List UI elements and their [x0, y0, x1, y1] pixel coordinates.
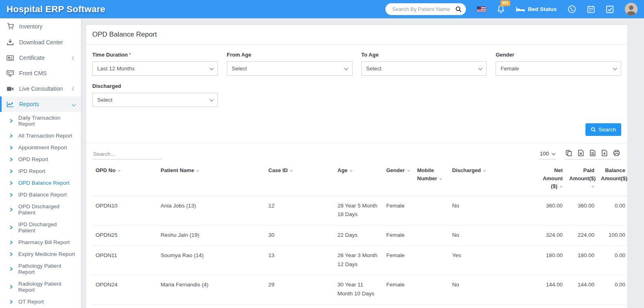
- sidebar-report-link[interactable]: IPD Report: [0, 165, 81, 177]
- patient-search[interactable]: [385, 3, 466, 15]
- gender-select[interactable]: Female: [496, 61, 621, 76]
- sidebar-report-link[interactable]: OPD Balance Report: [0, 177, 81, 189]
- page-title: OPD Balance Report: [86, 25, 627, 45]
- notifications-bell-icon[interactable]: 591: [497, 5, 505, 14]
- sidebar-item-download-center[interactable]: Download Center: [0, 34, 81, 50]
- chevron-right-icon: [9, 134, 13, 138]
- cell-discharged: No: [449, 225, 534, 246]
- sidebar-report-link[interactable]: Expiry Medicine Report: [0, 248, 81, 260]
- cell-age: 30 Year 11 Month 10 Days: [334, 275, 383, 304]
- user-avatar[interactable]: [625, 3, 637, 15]
- language-flag-icon[interactable]: [477, 7, 486, 12]
- time-duration-label: Time Duration: [92, 52, 128, 58]
- bed-status-button[interactable]: Bed Status: [516, 6, 557, 13]
- col-net-amount[interactable]: Net Amount ($): [534, 161, 566, 196]
- sidebar-report-link[interactable]: IPD Balance Report: [0, 189, 81, 201]
- discharged-select[interactable]: Select: [92, 93, 218, 107]
- tasks-icon[interactable]: [606, 5, 614, 13]
- table-row[interactable]: OPDN10 Ania Jobs (13) 12 28 Year 5 Month…: [92, 196, 629, 225]
- sidebar-item-front-cms[interactable]: Front CMS: [0, 66, 81, 81]
- to-age-select[interactable]: Select: [361, 61, 487, 76]
- cell-mobile: [414, 275, 449, 304]
- csv-export-icon[interactable]: [590, 150, 596, 156]
- sidebar-report-link[interactable]: Pharmacy Bill Report: [0, 236, 81, 248]
- sidebar-item-label: Live Consultation: [19, 85, 67, 92]
- cell-age: 5 Month 25 Days: [334, 304, 383, 308]
- table-row[interactable]: OPDN22 Kevline (18) 27 5 Month 25 Days F…: [92, 304, 629, 308]
- page-size-select[interactable]: 100: [538, 149, 556, 159]
- certificate-icon: [7, 55, 14, 61]
- monitor-icon: [7, 70, 14, 76]
- sidebar-report-link[interactable]: OPD Report: [0, 153, 81, 165]
- chevron-down-icon: [344, 66, 348, 70]
- report-link-label: IPD Balance Report: [18, 192, 67, 198]
- chevron-right-icon: [9, 285, 13, 289]
- gender-field: Gender Female: [496, 52, 621, 76]
- search-icon[interactable]: [455, 6, 462, 13]
- table-search-input[interactable]: [92, 149, 162, 159]
- cell-mobile: [414, 196, 449, 225]
- col-paid-amount[interactable]: Paid Amount($): [566, 161, 598, 196]
- sidebar-report-link[interactable]: Pathology Patient Report: [0, 260, 81, 278]
- chevron-down-icon: [72, 102, 76, 106]
- sidebar-report-link[interactable]: Appointment Report: [0, 142, 81, 153]
- col-opd-no[interactable]: OPD No: [92, 161, 157, 196]
- from-age-select[interactable]: Select: [227, 61, 352, 76]
- page-size-value: 100: [540, 151, 549, 157]
- chevron-down-icon: [552, 151, 556, 155]
- col-discharged[interactable]: Discharged: [449, 161, 534, 196]
- sidebar-item-label: Front CMS: [19, 70, 75, 76]
- sidebar-item-reports[interactable]: Reports: [0, 96, 81, 112]
- sidebar-item-live-consultation[interactable]: Live Consultation: [0, 81, 81, 96]
- time-duration-select[interactable]: Last 12 Months: [92, 61, 218, 76]
- col-mobile-number[interactable]: Mobile Number: [414, 161, 449, 196]
- cell-age: 28 Year 5 Month 18 Days: [334, 196, 383, 225]
- excel-export-icon[interactable]: [578, 150, 584, 156]
- sidebar-report-link[interactable]: OT Report: [0, 296, 81, 308]
- col-case-id[interactable]: Case ID: [265, 161, 334, 196]
- gender-label: Gender: [496, 52, 621, 58]
- table-quick-search[interactable]: [92, 149, 162, 159]
- required-asterisk: *: [129, 52, 131, 58]
- sidebar-report-link[interactable]: Daily Transaction Report: [0, 112, 81, 130]
- from-age-field: From Age Select: [227, 52, 352, 76]
- discharged-label: Discharged: [92, 83, 218, 89]
- chevron-right-icon: [9, 169, 13, 173]
- sidebar-report-link[interactable]: OPD Discharged Patient: [0, 201, 81, 218]
- cell-opd-no: OPDN25: [92, 225, 157, 246]
- sidebar-report-link[interactable]: Radiology Patient Report: [0, 278, 81, 296]
- calendar-icon[interactable]: [587, 5, 595, 13]
- sidebar-item-certificate[interactable]: Certificate: [0, 50, 81, 66]
- cell-case-id: 29: [265, 275, 334, 304]
- cell-opd-no: OPDN11: [92, 246, 157, 275]
- print-icon[interactable]: [613, 150, 620, 156]
- col-balance-amount[interactable]: Balance Amount($): [598, 161, 629, 196]
- video-camera-icon: [7, 86, 14, 92]
- table-row[interactable]: OPDN25 Reshu Jain (19) 30 22 Days Female…: [92, 225, 629, 246]
- col-gender[interactable]: Gender: [383, 161, 414, 196]
- report-link-label: OPD Discharged Patient: [18, 203, 75, 216]
- search-button[interactable]: Search: [585, 123, 621, 136]
- col-age[interactable]: Age: [334, 161, 383, 196]
- copy-icon[interactable]: [566, 150, 572, 156]
- report-link-label: Radiology Patient Report: [18, 281, 75, 293]
- chevron-right-icon: [9, 208, 13, 212]
- sort-icon: [439, 178, 442, 180]
- chevron-down-icon: [479, 66, 483, 70]
- sidebar: Inventory Download Center Certificate Fr…: [0, 18, 81, 308]
- cell-gender: Female: [383, 225, 414, 246]
- sidebar-report-link[interactable]: All Transaction Report: [0, 130, 81, 142]
- chevron-left-icon: [72, 87, 76, 91]
- cell-discharged: No: [449, 275, 534, 304]
- col-patient-name[interactable]: Patient Name: [157, 161, 265, 196]
- sidebar-item-inventory[interactable]: Inventory: [0, 18, 81, 34]
- opd-balance-report-panel: OPD Balance Report Time Duration* Last 1…: [86, 24, 628, 308]
- chevron-right-icon: [9, 181, 13, 185]
- patient-search-input[interactable]: [391, 6, 455, 13]
- download-icon: [7, 39, 14, 46]
- table-row[interactable]: OPDN24 Maria Fernandis (4) 29 30 Year 11…: [92, 275, 629, 304]
- table-row[interactable]: OPDN11 Soumya Rao (14) 13 26 Year 3 Mont…: [92, 246, 629, 275]
- whatsapp-icon[interactable]: [568, 5, 576, 13]
- sidebar-report-link[interactable]: IPD Discharged Patient: [0, 218, 81, 236]
- pdf-export-icon[interactable]: [601, 150, 607, 156]
